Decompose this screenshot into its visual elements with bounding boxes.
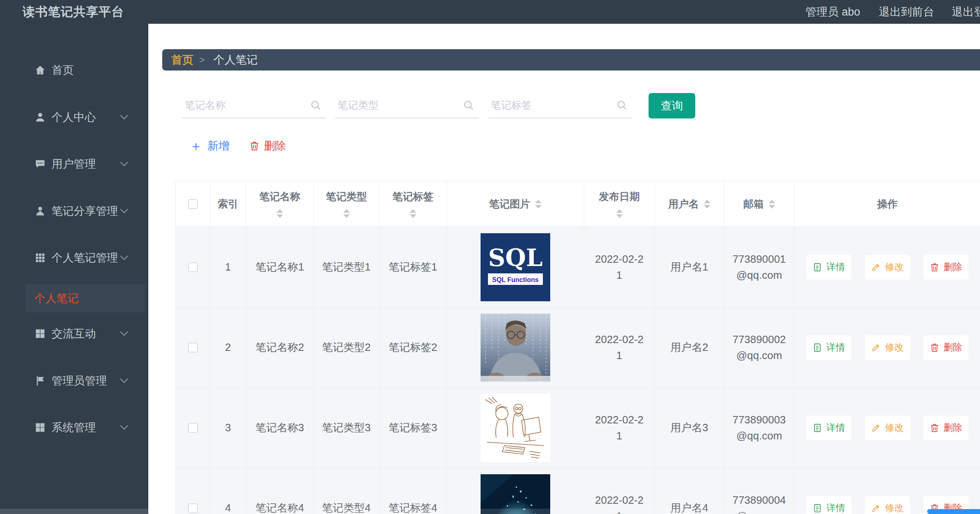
- document-icon: [812, 343, 822, 353]
- note-type-input[interactable]: [335, 93, 458, 117]
- note-image-sql-cover[interactable]: SQL SQL Functions: [481, 233, 550, 301]
- top-bar: 读书笔记共享平台 管理员 abo 退出到前台 退出登录: [0, 0, 980, 24]
- blocks-icon: [34, 328, 46, 339]
- edit-button[interactable]: 修改: [865, 255, 910, 280]
- detail-button[interactable]: 详情: [806, 335, 851, 360]
- app-title: 读书笔记共享平台: [23, 0, 124, 24]
- cell-email: 773890002 @qq.com: [724, 307, 794, 387]
- row-checkbox[interactable]: [188, 262, 198, 272]
- sort-carets-icon[interactable]: [769, 200, 775, 209]
- note-image-digital-art[interactable]: [481, 474, 550, 514]
- cell-index: 2: [210, 307, 246, 387]
- column-header-note-tag[interactable]: 笔记标签: [379, 181, 447, 227]
- sidebar-item-label: 用户管理: [52, 157, 96, 171]
- cell-email: 773890003 @qq.com: [724, 388, 794, 468]
- column-header-note-name[interactable]: 笔记名称: [246, 181, 314, 227]
- plus-icon: ＋: [189, 139, 202, 152]
- delete-button-label: 删除: [264, 139, 286, 153]
- sidebar-item-label: 交流互动: [52, 326, 96, 341]
- cell-note-name: 笔记名称1: [246, 227, 314, 307]
- edit-button[interactable]: 修改: [865, 416, 910, 440]
- chevron-down-icon: [120, 425, 129, 430]
- remove-button[interactable]: 删除: [923, 416, 969, 440]
- logout-link[interactable]: 退出登录: [952, 0, 980, 24]
- sidebar-item-communication[interactable]: 交流互动: [0, 320, 148, 348]
- note-image-sketch-drawing[interactable]: [481, 394, 550, 462]
- trash-icon: [930, 262, 939, 272]
- detail-button[interactable]: 详情: [806, 255, 851, 280]
- add-button[interactable]: ＋ 新增: [189, 136, 229, 156]
- cell-note-type: 笔记类型1: [314, 227, 379, 307]
- sidebar-item-personal-note-management[interactable]: 个人笔记管理: [0, 244, 148, 272]
- note-image-hacker-photo[interactable]: [481, 314, 550, 382]
- table-row: 2 笔记名称2 笔记类型2 笔记标签2: [176, 307, 980, 388]
- column-header-note-type[interactable]: 笔记类型: [314, 181, 379, 227]
- sort-carets-icon[interactable]: [535, 200, 542, 209]
- chevron-down-icon: [120, 208, 129, 214]
- cell-email: 773890001 @qq.com: [724, 227, 794, 307]
- column-header-index: 索引: [210, 181, 246, 227]
- edit-button[interactable]: 修改: [865, 335, 910, 360]
- cell-index: 4: [210, 468, 246, 514]
- trash-icon: [930, 423, 939, 433]
- table-row: 1 笔记名称1 笔记类型1 笔记标签1 SQL SQL Functions 20…: [176, 227, 980, 307]
- sidebar-item-personal-center[interactable]: 个人中心: [0, 103, 148, 131]
- cell-publish-date: 2022-02-2 1: [584, 468, 655, 514]
- note-name-input[interactable]: [182, 93, 305, 117]
- admin-user-link[interactable]: 管理员 abo: [805, 0, 860, 24]
- row-checkbox[interactable]: [188, 423, 198, 433]
- column-header-email[interactable]: 邮箱: [724, 181, 794, 227]
- column-header-username[interactable]: 用户名: [655, 181, 724, 227]
- pencil-icon: [871, 423, 881, 433]
- exit-to-front-link[interactable]: 退出到前台: [879, 0, 934, 24]
- trash-icon: [930, 343, 939, 353]
- search-icon: [310, 100, 322, 111]
- sort-carets-icon[interactable]: [616, 209, 623, 218]
- select-all-cell: [176, 181, 210, 227]
- pencil-icon: [871, 343, 881, 353]
- column-header-publish-date[interactable]: 发布日期: [584, 181, 655, 227]
- trash-icon: [249, 141, 260, 151]
- sidebar-item-admin-management[interactable]: 管理员管理: [0, 367, 148, 395]
- select-all-checkbox[interactable]: [188, 199, 198, 209]
- note-tag-input[interactable]: [488, 93, 611, 117]
- sort-carets-icon[interactable]: [343, 209, 350, 218]
- sidebar-item-note-share-management[interactable]: 笔记分享管理: [0, 197, 148, 225]
- sidebar-item-label: 首页: [52, 63, 74, 77]
- cell-username: 用户名1: [655, 227, 724, 307]
- delete-button[interactable]: 删除: [249, 136, 286, 156]
- detail-button[interactable]: 详情: [806, 416, 851, 440]
- cell-note-type: 笔记类型2: [314, 307, 379, 387]
- sort-carets-icon[interactable]: [277, 209, 283, 218]
- sidebar-item-user-management[interactable]: 用户管理: [0, 150, 148, 178]
- cell-note-tag: 笔记标签1: [379, 227, 447, 307]
- sidebar-item-label: 笔记分享管理: [52, 204, 118, 218]
- main-content: 首页 > 个人笔记 查询 ＋ 新增: [148, 24, 980, 514]
- remove-button[interactable]: 删除: [923, 255, 969, 280]
- chevron-down-icon: [120, 331, 129, 337]
- horizontal-scrollbar-track[interactable]: [0, 509, 980, 514]
- cell-note-tag: 笔记标签3: [379, 388, 447, 468]
- sidebar: 首页 个人中心 用户管理 笔记分享管理: [0, 24, 148, 514]
- notes-table: 索引 笔记名称 笔记类型 笔记标签 笔记图片: [175, 181, 980, 514]
- breadcrumb-current: 个人笔记: [213, 49, 258, 71]
- horizontal-scrollbar-thumb[interactable]: [927, 509, 980, 514]
- cell-publish-date: 2022-02-2 1: [584, 388, 655, 468]
- remove-button[interactable]: 删除: [923, 335, 969, 360]
- search-icon: [463, 100, 474, 111]
- table-row: 3 笔记名称3 笔记类型3 笔记标签3: [176, 388, 980, 468]
- sidebar-item-label: 系统管理: [52, 420, 96, 435]
- sort-carets-icon[interactable]: [410, 209, 416, 218]
- cell-note-type: 笔记类型4: [314, 468, 379, 514]
- home-icon: [34, 64, 46, 76]
- person-icon: [34, 205, 46, 217]
- sort-carets-icon[interactable]: [704, 200, 710, 209]
- breadcrumb-home-link[interactable]: 首页: [171, 49, 193, 71]
- column-header-note-image[interactable]: 笔记图片: [447, 181, 584, 227]
- query-button[interactable]: 查询: [649, 93, 695, 118]
- sidebar-item-home[interactable]: 首页: [0, 56, 148, 84]
- row-checkbox[interactable]: [188, 343, 198, 353]
- sidebar-item-system-management[interactable]: 系统管理: [0, 414, 148, 441]
- sidebar-subitem-personal-note-active[interactable]: 个人笔记: [25, 284, 145, 312]
- column-header-actions: 操作: [794, 181, 980, 227]
